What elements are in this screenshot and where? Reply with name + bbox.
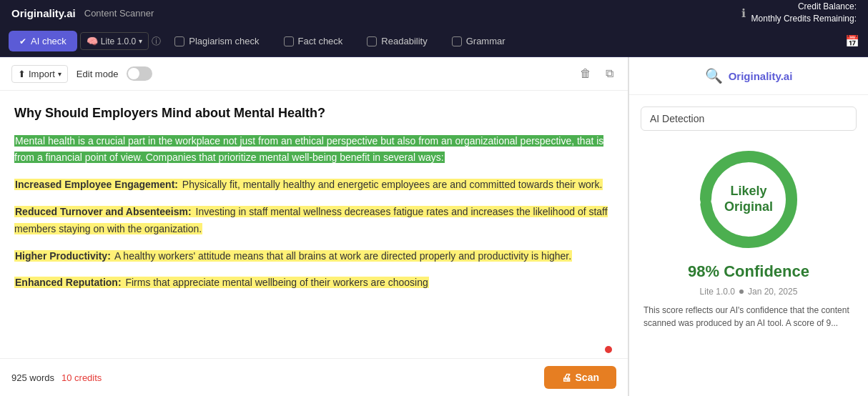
bottom-bar: 925 words 10 credits 🖨 Scan xyxy=(0,358,628,396)
right-panel: 🔍 Originality.ai AI Detection Likely xyxy=(628,57,868,396)
tab-bar: ✔ AI check 🧠 Lite 1.0.0 ▾ ⓘ Plagiarism c… xyxy=(0,26,868,57)
model-selector[interactable]: 🧠 Lite 1.0.0 ▾ xyxy=(80,32,149,50)
scan-label: Scan xyxy=(576,372,599,383)
import-button[interactable]: ⬆ Import ▾ xyxy=(11,65,68,83)
tab-readability[interactable]: Readability xyxy=(356,31,438,51)
main-layout: ⬆ Import ▾ Edit mode 🗑 ⧉ Why Should Empl… xyxy=(0,57,868,396)
paragraph-3: Reduced Turnover and Absenteeism: Invest… xyxy=(14,204,613,238)
paragraph-4-text: A healthy workers' attitude means that a… xyxy=(112,250,572,262)
meta-date: Jan 20, 2025 xyxy=(748,287,797,297)
header-bar: Originality.ai Content Scanner ℹ Credit … xyxy=(0,0,868,26)
tab-fact-check[interactable]: Fact check xyxy=(273,31,354,51)
content-title: Why Should Employers Mind about Mental H… xyxy=(14,102,613,124)
paragraph-3-label: Reduced Turnover and Absenteeism: xyxy=(14,206,192,217)
chevron-down-icon: ▾ xyxy=(139,37,142,45)
paragraph-5-text: Firms that appreciate mental wellbeing o… xyxy=(122,277,429,288)
content-area[interactable]: Why Should Employers Mind about Mental H… xyxy=(0,91,628,358)
delete-icon[interactable]: 🗑 xyxy=(577,64,594,83)
paragraph-5: Enhanced Reputation: Firms that apprecia… xyxy=(14,274,613,292)
word-count: 925 words xyxy=(11,372,54,383)
donut-chart: Likely Original xyxy=(691,142,806,257)
grammar-checkbox xyxy=(452,36,462,46)
paragraph-4-label: Higher Productivity: xyxy=(14,250,112,262)
tab-grammar-label: Grammar xyxy=(466,36,505,46)
ai-check-checkbox-icon: ✔ xyxy=(19,36,26,46)
credit-count: 10 credits xyxy=(61,372,102,383)
edit-mode-label: Edit mode xyxy=(77,69,119,79)
originality-logo-icon: 🔍 xyxy=(705,67,723,84)
import-label: Import xyxy=(29,69,55,79)
toolbar: ⬆ Import ▾ Edit mode 🗑 ⧉ xyxy=(0,57,628,91)
red-dot-indicator xyxy=(605,346,612,353)
model-info-icon[interactable]: ⓘ xyxy=(152,35,161,48)
brand-name: Originality.ai xyxy=(11,7,76,19)
confidence-percentage: 98% Confidence xyxy=(688,262,809,281)
ai-detection-title: AI Detection xyxy=(641,107,857,131)
fact-check-checkbox xyxy=(284,36,294,46)
originality-logo-text: Originality.ai xyxy=(729,70,793,82)
result-description: This score reflects our AI's confidence … xyxy=(641,304,857,330)
paragraph-2-text: Physically fit, mentally healthy and ene… xyxy=(179,179,603,190)
copy-icon[interactable]: ⧉ xyxy=(603,64,616,83)
donut-container: Likely Original 98% Confidence Lite 1.0.… xyxy=(641,142,857,330)
model-icon: 🧠 xyxy=(87,36,98,46)
donut-likely: Likely xyxy=(724,184,773,199)
toggle-knob xyxy=(128,68,139,79)
readability-checkbox xyxy=(367,36,377,46)
tab-plagiarism[interactable]: Plagiarism check xyxy=(164,31,270,51)
tab-fact-check-label: Fact check xyxy=(298,36,343,46)
right-header: 🔍 Originality.ai xyxy=(629,57,868,95)
import-icon: ⬆ xyxy=(18,69,26,79)
plagiarism-checkbox xyxy=(174,36,184,46)
brand-subtitle: Content Scanner xyxy=(84,8,154,19)
meta-separator xyxy=(739,289,744,294)
tab-plagiarism-label: Plagiarism check xyxy=(189,36,259,46)
header-right: ℹ Credit Balance: Monthly Credits Remain… xyxy=(741,1,857,25)
meta-row: Lite 1.0.0 Jan 20, 2025 xyxy=(700,287,798,297)
meta-model: Lite 1.0.0 xyxy=(700,287,735,297)
scan-button[interactable]: 🖨 Scan xyxy=(544,366,616,389)
paragraph-4: Higher Productivity: A healthy workers' … xyxy=(14,248,613,265)
model-label: Lite 1.0.0 xyxy=(101,36,136,46)
credit-balance: Credit Balance: Monthly Credits Remainin… xyxy=(751,1,857,25)
tab-grammar[interactable]: Grammar xyxy=(441,31,516,51)
import-chevron-icon: ▾ xyxy=(58,70,61,78)
paragraph-1: Mental health is a crucial part in the w… xyxy=(14,133,613,167)
paragraph-2: Increased Employee Engagement: Physicall… xyxy=(14,177,613,194)
calendar-icon[interactable]: 📅 xyxy=(845,34,859,48)
paragraph-2-label: Increased Employee Engagement: xyxy=(14,179,179,190)
edit-mode-toggle[interactable] xyxy=(127,66,152,81)
monthly-credits-label: Monthly Credits Remaining: xyxy=(751,13,857,25)
tab-ai-check[interactable]: ✔ AI check xyxy=(9,31,77,51)
donut-label: Likely Original xyxy=(724,184,773,214)
tab-readability-label: Readability xyxy=(381,36,427,46)
donut-original: Original xyxy=(724,199,773,215)
info-icon[interactable]: ℹ xyxy=(741,6,746,20)
tab-ai-check-label: AI check xyxy=(31,36,66,46)
scan-icon: 🖨 xyxy=(561,372,571,383)
ai-detection-section: AI Detection Likely Original xyxy=(629,95,868,350)
paragraph-5-label: Enhanced Reputation: xyxy=(14,277,122,288)
paragraph-1-text: Mental health is a crucial part in the w… xyxy=(14,135,603,164)
credit-balance-label: Credit Balance: xyxy=(751,1,857,13)
header-left: Originality.ai Content Scanner xyxy=(11,7,154,19)
left-panel: ⬆ Import ▾ Edit mode 🗑 ⧉ Why Should Empl… xyxy=(0,57,628,396)
